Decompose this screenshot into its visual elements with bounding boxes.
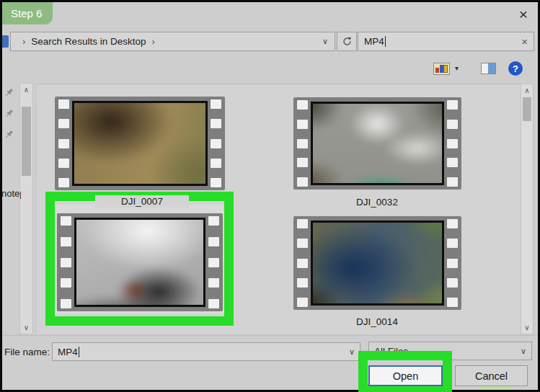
filmstrip-hole (297, 298, 308, 307)
filmstrip-hole (58, 159, 69, 168)
filmstrip-holes (208, 99, 224, 187)
change-view-button[interactable] (433, 63, 450, 75)
filmstrip-holes (294, 100, 311, 187)
search-input[interactable]: MP4 × (358, 32, 534, 51)
nav-item-partial-label: notep (1, 188, 21, 199)
file-list-scrollbar[interactable]: ∧ ∨ (521, 84, 534, 334)
view-icon-yellow (443, 65, 448, 73)
scrollbar-thumb[interactable] (22, 107, 31, 176)
filmstrip-hole (58, 178, 69, 187)
annotation-highlight-box-thumbnail (45, 192, 234, 326)
clear-search-icon[interactable]: × (521, 35, 528, 48)
close-icon[interactable]: × (513, 4, 534, 24)
nav-pane-scrollbar[interactable]: ∧ ∨ (19, 83, 33, 334)
filmstrip-hole (297, 100, 308, 110)
file-name-label: DJI_0032 (330, 197, 424, 208)
file-name-label: DJI_0014 (330, 316, 424, 327)
filmstrip-hole (447, 139, 458, 148)
filmstrip-hole (297, 259, 308, 268)
scroll-up-icon[interactable]: ∧ (521, 86, 533, 94)
pin-icon[interactable] (4, 129, 14, 140)
breadcrumb[interactable]: › Search Results in Desktop › ∨ (10, 32, 335, 51)
thumbnail-image (313, 104, 442, 183)
filmstrip-hole (447, 120, 458, 129)
filmstrip-holes (294, 219, 311, 307)
text-caret (385, 36, 386, 47)
file-name-input[interactable]: MP4 ∨ (52, 342, 360, 361)
scroll-down-icon[interactable]: ∨ (20, 324, 32, 331)
filmstrip-hole (297, 139, 308, 148)
filmstrip-hole (297, 120, 308, 129)
filmstrip-hole (211, 139, 221, 148)
filmstrip-holes (56, 99, 72, 187)
thumbnail-image (313, 223, 442, 303)
thumbnail-frame (311, 220, 444, 306)
filmstrip-hole (58, 119, 69, 128)
pin-icon[interactable] (4, 108, 14, 119)
video-thumbnail-dji-0014[interactable] (293, 216, 461, 310)
help-button[interactable]: ? (508, 61, 523, 76)
filmstrip-hole (211, 159, 221, 168)
cancel-button[interactable]: Cancel (455, 365, 528, 386)
filmstrip-hole (58, 99, 69, 109)
filmstrip-hole (447, 278, 458, 288)
refresh-icon (342, 36, 353, 47)
filmstrip-hole (297, 158, 308, 167)
filmstrip-hole (297, 239, 308, 248)
file-name-field-label: File name: (4, 347, 50, 357)
breadcrumb-location[interactable]: Search Results in Desktop (31, 36, 146, 47)
filmstrip-hole (447, 100, 458, 110)
chevron-down-icon[interactable]: ∨ (322, 37, 328, 46)
filmstrip-holes (444, 100, 461, 187)
filmstrip-hole (447, 158, 458, 167)
refresh-button[interactable] (337, 32, 357, 51)
filmstrip-hole (211, 99, 221, 109)
divider (2, 335, 538, 336)
filmstrip-hole (211, 178, 221, 187)
thumbnail-image (74, 103, 205, 184)
preview-pane-button[interactable] (481, 63, 496, 74)
filmstrip-hole (447, 298, 458, 307)
filmstrip-hole (447, 239, 458, 248)
chevron-right-icon[interactable]: › (11, 36, 31, 47)
filmstrip-hole (297, 177, 308, 187)
chevron-down-icon[interactable]: ∨ (521, 347, 526, 356)
scrollbar-thumb[interactable] (523, 97, 531, 121)
annotation-faded-mark (480, 386, 512, 390)
thumbnail-frame (72, 101, 208, 186)
step-badge: Step 6 (2, 2, 53, 24)
view-dropdown-arrow-icon[interactable]: ▾ (455, 64, 459, 72)
filmstrip-hole (297, 278, 308, 288)
chevron-right-icon[interactable]: › (146, 36, 160, 47)
scroll-up-icon[interactable]: ∧ (20, 86, 32, 94)
video-thumbnail-dji-0032[interactable] (293, 97, 461, 190)
open-button[interactable]: Open (368, 365, 443, 386)
filmstrip-hole (211, 119, 221, 128)
screenshot-frame: × › Search Results in Desktop › ∨ MP4 × … (0, 0, 540, 392)
file-name-label: DJI_0007 (95, 195, 189, 208)
thumbnail-frame (311, 102, 444, 185)
search-value: MP4 (364, 36, 384, 47)
filmstrip-hole (447, 259, 458, 268)
chevron-down-icon[interactable]: ∨ (349, 347, 355, 357)
filmstrip-hole (297, 219, 308, 228)
text-caret (79, 347, 79, 357)
view-icon-red (435, 68, 439, 73)
folder-icon (2, 35, 9, 48)
filmstrip-holes (444, 219, 461, 307)
pin-icon[interactable] (4, 87, 14, 98)
filmstrip-hole (447, 219, 458, 228)
filmstrip-hole (58, 139, 69, 148)
scroll-down-icon[interactable]: ∨ (521, 324, 533, 331)
file-name-value: MP4 (58, 347, 78, 357)
filmstrip-hole (447, 177, 458, 187)
video-thumbnail-dji-0007[interactable] (55, 97, 225, 190)
